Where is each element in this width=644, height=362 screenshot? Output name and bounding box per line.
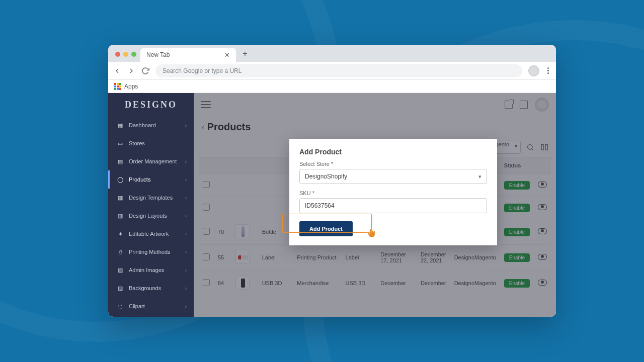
back-icon[interactable] — [113, 67, 121, 75]
template-icon: ▦ — [117, 194, 124, 201]
sidebar-item-label: Design Templates — [129, 195, 173, 201]
card-icon: ▤ — [117, 158, 124, 165]
add-product-button[interactable]: Add Product — [299, 221, 353, 236]
chevron-right-icon: › — [185, 304, 187, 309]
sidebar-item-label: Dashboard — [129, 122, 156, 128]
browser-toolbar: Search Google or type a URL — [108, 62, 556, 80]
sidebar-item-label: Design Layouts — [129, 213, 167, 219]
address-bar[interactable]: Search Google or type a URL — [155, 64, 522, 77]
profile-avatar[interactable] — [528, 65, 539, 76]
sidebar-item-label: Editable Artwork — [129, 231, 169, 237]
layout-icon: ▥ — [117, 212, 124, 219]
close-tab-icon[interactable]: ✕ — [224, 51, 230, 59]
store-field-label: Select Store * — [299, 161, 487, 167]
sidebar-item-label: Stores — [129, 140, 145, 146]
store-icon: ▭ — [117, 140, 124, 147]
chevron-right-icon: › — [185, 159, 187, 164]
modal-title: Add Product — [299, 148, 487, 156]
app-logo: DESIGNO — [108, 93, 194, 116]
chevron-right-icon: › — [185, 177, 187, 183]
apps-grid-icon[interactable] — [114, 83, 121, 90]
chevron-right-icon: › — [185, 267, 187, 273]
sidebar-item-label: Backgrounds — [129, 285, 161, 291]
sidebar-item-templates[interactable]: ▦Design Templates › — [108, 189, 194, 207]
chevron-right-icon: › — [185, 195, 187, 201]
bookmarks-bar: Apps — [108, 80, 556, 93]
artwork-icon: ✶ — [117, 230, 124, 237]
main-content: ‹ Products DesignoMagento — [194, 93, 556, 317]
backgrounds-icon: ▨ — [117, 285, 124, 292]
image-icon: ▧ — [117, 266, 124, 274]
sidebar-item-products[interactable]: ◯Products › — [108, 170, 194, 189]
sidebar-item-label: Printing Methods — [129, 249, 171, 255]
chevron-right-icon: › — [185, 231, 187, 237]
sidebar-item-dashboard[interactable]: ▦Dashboard › — [108, 116, 194, 134]
browser-tabstrip: New Tab ✕ + — [108, 45, 556, 62]
sidebar-item-orders[interactable]: ▤Order Management › — [108, 152, 194, 170]
browser-tab[interactable]: New Tab ✕ — [140, 48, 236, 62]
web-app: DESIGNO ▦Dashboard › ▭Stores ▤Order Mana… — [108, 93, 556, 317]
button-label: Add Product — [309, 226, 343, 232]
maximize-window-icon[interactable] — [131, 52, 136, 57]
sidebar-item-label: Admin Images — [129, 267, 164, 273]
sku-field-label: SKU * — [299, 190, 487, 196]
window-controls[interactable] — [115, 52, 136, 57]
minimize-window-icon[interactable] — [123, 52, 128, 57]
clipart-icon: ◌ — [117, 303, 124, 310]
new-tab-button[interactable]: + — [240, 49, 250, 59]
sku-input[interactable]: ID5637564 — [299, 198, 487, 213]
sku-input-value: ID5637564 — [305, 202, 335, 209]
sidebar-item-layouts[interactable]: ▥Design Layouts › — [108, 207, 194, 225]
sidebar-item-printing[interactable]: ⎙Printing Methods › — [108, 243, 194, 261]
reload-icon[interactable] — [141, 67, 149, 75]
dashboard-icon: ▦ — [117, 122, 124, 129]
chevron-right-icon: › — [185, 123, 187, 128]
store-select-value: DesignoShopify — [305, 173, 347, 180]
close-window-icon[interactable] — [115, 52, 120, 57]
chevron-right-icon: › — [185, 286, 187, 291]
apps-bookmark[interactable]: Apps — [124, 83, 138, 90]
app-sidebar: DESIGNO ▦Dashboard › ▭Stores ▤Order Mana… — [108, 93, 194, 317]
forward-icon[interactable] — [127, 67, 135, 75]
circle-icon: ◯ — [117, 176, 124, 183]
omnibox-placeholder: Search Google or type a URL — [163, 67, 242, 74]
sidebar-nav: ▦Dashboard › ▭Stores ▤Order Management ›… — [108, 116, 194, 317]
sidebar-item-label: Products — [129, 176, 150, 183]
tab-title: New Tab — [146, 51, 170, 58]
sidebar-item-stores[interactable]: ▭Stores — [108, 134, 194, 152]
chevron-right-icon: › — [185, 249, 187, 255]
add-product-modal: Add Product Select Store * DesignoShopif… — [289, 139, 497, 245]
sidebar-item-clipart[interactable]: ◌Clipart › — [108, 297, 194, 315]
sidebar-item-artwork[interactable]: ✶Editable Artwork › — [108, 225, 194, 243]
browser-window: New Tab ✕ + Search Google or type a URL … — [108, 45, 556, 317]
sidebar-item-admin-images[interactable]: ▧Admin Images › — [108, 261, 194, 279]
store-select[interactable]: DesignoShopify — [299, 169, 487, 184]
sidebar-item-label: Clipart — [129, 303, 145, 309]
chevron-right-icon: › — [185, 213, 187, 219]
printer-icon: ⎙ — [117, 248, 124, 255]
browser-menu-icon[interactable] — [545, 67, 551, 74]
sidebar-item-backgrounds[interactable]: ▨Backgrounds › — [108, 279, 194, 297]
sidebar-item-label: Order Management — [129, 158, 177, 164]
